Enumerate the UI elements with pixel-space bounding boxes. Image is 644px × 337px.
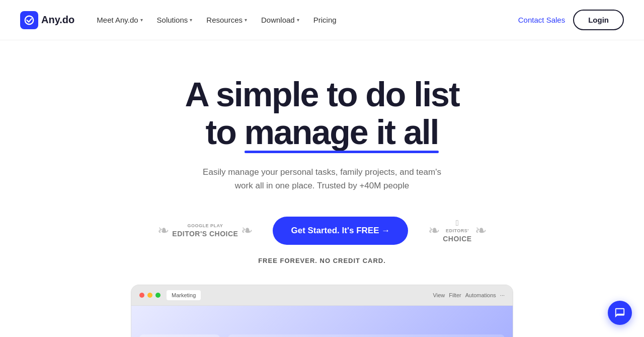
apple-badge-label: Choice [443,234,471,243]
filter-button[interactable]: Filter [449,292,461,298]
cta-row: ❧ GOOGLE PLAY EDITOR'S CHOICE ❧ Get Star… [157,217,486,245]
chevron-down-icon: ▾ [297,17,299,23]
chat-icon [614,307,625,318]
hero-title: A simple to do list to manage it all [185,76,459,151]
laurel-left-icon: ❧ [157,222,169,239]
more-button[interactable]: ··· [500,292,505,298]
navigation: Any.do Meet Any.do ▾ Solutions ▾ Resourc… [0,0,644,40]
apple-badge: ❧  Editors' Choice ❧ [428,218,486,244]
hero-title-line2-normal: to [206,113,245,151]
google-badge-label: EDITOR'S CHOICE [172,229,238,238]
logo-svg [24,15,35,26]
app-window: Marketing View Filter Automations ··· [131,285,513,337]
chat-button[interactable] [608,301,632,325]
chevron-down-icon: ▾ [190,17,192,23]
laurel-left-icon-apple: ❧ [428,222,440,239]
get-started-button[interactable]: Get Started. It's FREE → [273,217,408,245]
nav-item-meet[interactable]: Meet Any.do ▾ [91,12,148,28]
google-play-badge: ❧ GOOGLE PLAY EDITOR'S CHOICE ❧ [157,222,253,239]
nav-item-download[interactable]: Download ▾ [255,12,305,28]
logo-text: Any.do [41,14,74,26]
app-content-inner [131,326,513,337]
nav-left: Any.do Meet Any.do ▾ Solutions ▾ Resourc… [20,11,343,29]
laurel-right-icon: ❧ [241,222,253,239]
google-badge-platform: GOOGLE PLAY [188,223,223,229]
nav-item-solutions[interactable]: Solutions ▾ [151,12,199,28]
login-button[interactable]: Login [573,10,624,30]
hero-subtitle: Easily manage your personal tasks, famil… [201,165,443,192]
chevron-down-icon: ▾ [140,17,143,23]
window-controls [139,293,160,298]
logo-icon [20,11,38,29]
minimize-button-dot [147,293,152,298]
svg-point-0 [25,16,34,24]
app-toolbar: Marketing View Filter Automations ··· [131,285,513,306]
app-content [131,306,513,337]
app-main-mini [228,334,505,337]
hero-section: A simple to do list to manage it all Eas… [0,40,644,337]
nav-right: Contact Sales Login [518,10,624,30]
hero-title-line1: A simple to do list [185,75,459,113]
app-preview: Marketing View Filter Automations ··· [131,285,513,337]
nav-item-resources[interactable]: Resources ▾ [200,12,253,28]
automations-button[interactable]: Automations [465,292,496,298]
free-forever-text: FREE FOREVER. NO CREDIT CARD. [258,257,386,264]
chevron-down-icon: ▾ [245,17,247,23]
contact-sales-link[interactable]: Contact Sales [518,16,565,24]
toolbar-tab-marketing: Marketing [167,290,201,300]
close-button-dot [139,293,144,298]
google-badge-laurel: ❧ GOOGLE PLAY EDITOR'S CHOICE ❧ [157,222,253,239]
apple-badge-laurel: ❧  Editors' Choice ❧ [428,218,486,244]
google-badge-inner: GOOGLE PLAY EDITOR'S CHOICE [172,223,238,238]
toolbar-tabs: Marketing [167,290,201,300]
logo[interactable]: Any.do [20,11,74,29]
apple-badge-platform: Editors' [446,228,469,234]
nav-item-pricing[interactable]: Pricing [307,12,343,28]
app-sidebar-mini [139,334,220,337]
hero-title-highlight: manage it all [245,113,439,151]
nav-links: Meet Any.do ▾ Solutions ▾ Resources ▾ Do… [91,12,342,28]
apple-badge-inner:  Editors' Choice [443,218,471,244]
maximize-button-dot [155,293,160,298]
toolbar-actions: View Filter Automations ··· [433,292,505,298]
apple-icon:  [456,218,459,229]
laurel-right-icon-apple: ❧ [475,222,487,239]
view-button[interactable]: View [433,292,445,298]
